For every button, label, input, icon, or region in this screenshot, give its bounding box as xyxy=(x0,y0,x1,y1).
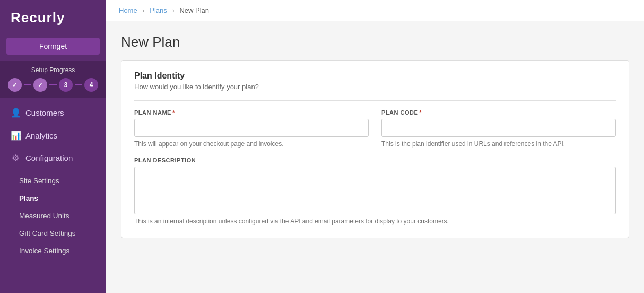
step-2: ✓ xyxy=(33,78,47,92)
sidebar: Recurly Formget Setup Progress ✓ ✓ 3 4 👤… xyxy=(0,0,106,293)
plan-code-hint: This is the plan identifier used in URLs… xyxy=(381,140,616,148)
step-4: 4 xyxy=(84,78,98,92)
plan-name-required: * xyxy=(172,109,175,116)
progress-steps: ✓ ✓ 3 4 xyxy=(6,78,100,92)
configuration-icon: ⚙ xyxy=(11,153,20,163)
breadcrumb: Home › Plans › New Plan xyxy=(106,0,644,21)
plan-code-input[interactable] xyxy=(381,119,616,137)
sub-nav: Site Settings Plans Measured Units Gift … xyxy=(0,172,106,260)
breadcrumb-home[interactable]: Home xyxy=(119,6,137,14)
sidebar-item-analytics[interactable]: 📊 Analytics xyxy=(0,124,106,147)
sidebar-item-configuration[interactable]: ⚙ Configuration xyxy=(0,147,106,169)
sub-nav-plans[interactable]: Plans xyxy=(0,189,106,207)
step-1: ✓ xyxy=(8,78,22,92)
content-area: New Plan Plan Identity How would you lik… xyxy=(106,21,644,293)
sidebar-item-customers[interactable]: 👤 Customers xyxy=(0,101,106,124)
plan-name-group: PLAN NAME* This will appear on your chec… xyxy=(134,109,369,148)
sidebar-item-customers-label: Customers xyxy=(25,108,64,117)
plan-name-input[interactable] xyxy=(134,119,369,137)
user-button[interactable]: Formget xyxy=(6,38,100,55)
analytics-icon: 📊 xyxy=(11,131,20,141)
user-button-area: Formget xyxy=(0,33,106,61)
customers-icon: 👤 xyxy=(11,108,20,118)
step-sep-3 xyxy=(75,84,82,85)
breadcrumb-plans[interactable]: Plans xyxy=(150,6,167,14)
logo-area: Recurly xyxy=(0,0,106,33)
plan-code-group: PLAN CODE* This is the plan identifier u… xyxy=(381,109,616,148)
setup-progress: Setup Progress ✓ ✓ 3 4 xyxy=(0,61,106,98)
plan-description-label: PLAN DESCRIPTION xyxy=(134,157,616,163)
sidebar-item-configuration-label: Configuration xyxy=(25,153,73,162)
sidebar-item-analytics-label: Analytics xyxy=(25,131,57,140)
plan-identity-card: Plan Identity How would you like to iden… xyxy=(121,60,629,238)
plan-identity-subtitle: How would you like to identify your plan… xyxy=(134,83,616,91)
step-sep-2 xyxy=(49,84,57,85)
logo: Recurly xyxy=(11,10,95,26)
plan-code-required: * xyxy=(419,109,422,116)
setup-progress-label: Setup Progress xyxy=(6,66,100,74)
main-content: Home › Plans › New Plan New Plan Plan Id… xyxy=(106,0,644,293)
plan-description-input[interactable] xyxy=(134,167,616,214)
plan-description-hint: This is an internal description unless c… xyxy=(134,218,616,225)
page-title: New Plan xyxy=(121,34,629,50)
breadcrumb-sep-1: › xyxy=(142,6,144,14)
sub-nav-site-settings[interactable]: Site Settings xyxy=(0,172,106,189)
section-divider-1 xyxy=(134,100,616,101)
step-sep-1 xyxy=(24,84,31,85)
step-3: 3 xyxy=(59,78,73,92)
sub-nav-measured-units[interactable]: Measured Units xyxy=(0,207,106,225)
sub-nav-invoice-settings[interactable]: Invoice Settings xyxy=(0,242,106,260)
main-nav: 👤 Customers 📊 Analytics ⚙ Configuration xyxy=(0,98,106,172)
plan-name-code-row: PLAN NAME* This will appear on your chec… xyxy=(134,109,616,148)
sub-nav-gift-card-settings[interactable]: Gift Card Settings xyxy=(0,225,106,242)
plan-description-group: PLAN DESCRIPTION This is an internal des… xyxy=(134,157,616,225)
breadcrumb-sep-2: › xyxy=(172,6,174,14)
plan-code-label: PLAN CODE* xyxy=(381,109,616,116)
plan-identity-title: Plan Identity xyxy=(134,71,616,81)
plan-name-label: PLAN NAME* xyxy=(134,109,369,116)
breadcrumb-current: New Plan xyxy=(179,6,209,14)
plan-name-hint: This will appear on your checkout page a… xyxy=(134,140,369,148)
